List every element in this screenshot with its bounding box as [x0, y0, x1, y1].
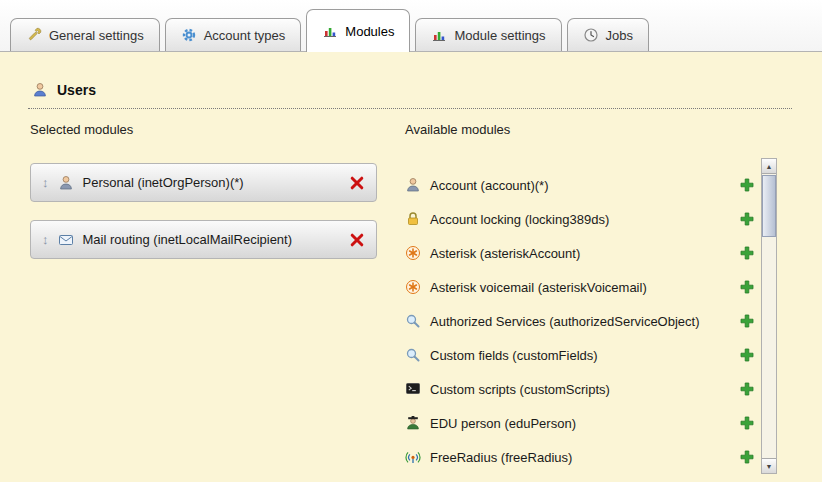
section-heading-users: Users	[32, 82, 96, 98]
list-item-authorized-services: Authorized Services (authorizedServiceOb…	[405, 304, 755, 338]
chart-icon	[322, 23, 338, 39]
add-icon[interactable]	[739, 381, 755, 397]
add-icon[interactable]	[739, 449, 755, 465]
scrollbar-down-icon[interactable]: ▼	[762, 458, 776, 473]
delete-icon[interactable]	[349, 175, 365, 191]
section-divider	[28, 108, 792, 109]
tab-label: Module settings	[454, 28, 545, 43]
available-module-label: Asterisk (asteriskAccount)	[430, 246, 580, 261]
tab-jobs[interactable]: Jobs	[567, 18, 649, 51]
drag-handle-icon[interactable]: ↕	[42, 176, 49, 189]
tab-label: Account types	[204, 28, 286, 43]
tab-strip: General settings Account types Modules M…	[0, 0, 822, 52]
list-item-edu-person: EDU person (eduPerson)	[405, 406, 755, 440]
magnifier-icon	[405, 347, 421, 363]
clock-icon	[583, 27, 599, 43]
available-modules-heading: Available modules	[405, 122, 510, 137]
page-title: Users	[57, 82, 96, 98]
add-icon[interactable]	[739, 347, 755, 363]
list-item-account: Account (account)(*)	[405, 168, 755, 202]
available-module-label: FreeRadius (freeRadius)	[430, 450, 572, 465]
add-icon[interactable]	[739, 245, 755, 261]
selected-modules-heading: Selected modules	[30, 122, 133, 137]
selected-module-personal: ↕ Personal (inetOrgPerson)(*)	[30, 163, 377, 202]
person-icon	[58, 175, 74, 191]
person-icon	[405, 177, 421, 193]
chart-icon	[431, 27, 447, 43]
gear-icon	[181, 27, 197, 43]
content-area: Users Selected modules Available modules…	[0, 52, 822, 482]
add-icon[interactable]	[739, 313, 755, 329]
list-item-asterisk: Asterisk (asteriskAccount)	[405, 236, 755, 270]
list-item-asterisk-voicemail: Asterisk voicemail (asteriskVoicemail)	[405, 270, 755, 304]
drag-handle-icon[interactable]: ↕	[42, 233, 49, 246]
tab-account-types[interactable]: Account types	[165, 18, 302, 51]
available-module-label: EDU person (eduPerson)	[430, 416, 576, 431]
mail-icon	[58, 232, 74, 248]
scrollbar-thumb[interactable]	[762, 175, 776, 237]
asterisk-icon	[405, 279, 421, 295]
scrollbar[interactable]: ▲ ▼	[761, 158, 777, 474]
available-module-label: Account (account)(*)	[430, 178, 549, 193]
delete-icon[interactable]	[349, 232, 365, 248]
wrench-icon	[26, 27, 42, 43]
list-item-custom-scripts: Custom scripts (customScripts)	[405, 372, 755, 406]
add-icon[interactable]	[739, 415, 755, 431]
add-icon[interactable]	[739, 211, 755, 227]
selected-module-label: Personal (inetOrgPerson)(*)	[83, 175, 244, 190]
magnifier-icon	[405, 313, 421, 329]
lam-config-page: General settings Account types Modules M…	[0, 0, 822, 496]
add-icon[interactable]	[739, 279, 755, 295]
tab-label: General settings	[49, 28, 144, 43]
tab-label: Modules	[345, 24, 394, 39]
radio-icon	[405, 449, 421, 465]
asterisk-icon	[405, 245, 421, 261]
tab-bar: General settings Account types Modules M…	[0, 0, 822, 52]
lock-icon	[405, 211, 421, 227]
tab-module-settings[interactable]: Module settings	[415, 18, 561, 51]
add-icon[interactable]	[739, 177, 755, 193]
available-module-label: Custom scripts (customScripts)	[430, 382, 610, 397]
tab-general-settings[interactable]: General settings	[10, 18, 160, 51]
scrollbar-up-icon[interactable]: ▲	[762, 159, 776, 174]
selected-module-mail-routing: ↕ Mail routing (inetLocalMailRecipient)	[30, 220, 377, 259]
available-module-label: Account locking (locking389ds)	[430, 212, 609, 227]
terminal-icon	[405, 381, 421, 397]
available-modules-list: Account (account)(*) Account locking (lo…	[405, 168, 755, 474]
available-module-label: Custom fields (customFields)	[430, 348, 598, 363]
edu-person-icon	[405, 415, 421, 431]
user-icon	[32, 82, 48, 98]
tab-modules[interactable]: Modules	[306, 9, 410, 52]
available-module-label: Asterisk voicemail (asteriskVoicemail)	[430, 280, 647, 295]
list-item-custom-fields: Custom fields (customFields)	[405, 338, 755, 372]
selected-module-label: Mail routing (inetLocalMailRecipient)	[83, 232, 293, 247]
list-item-account-locking: Account locking (locking389ds)	[405, 202, 755, 236]
tab-label: Jobs	[606, 28, 633, 43]
list-item-freeradius: FreeRadius (freeRadius)	[405, 440, 755, 474]
available-module-label: Authorized Services (authorizedServiceOb…	[430, 314, 700, 329]
